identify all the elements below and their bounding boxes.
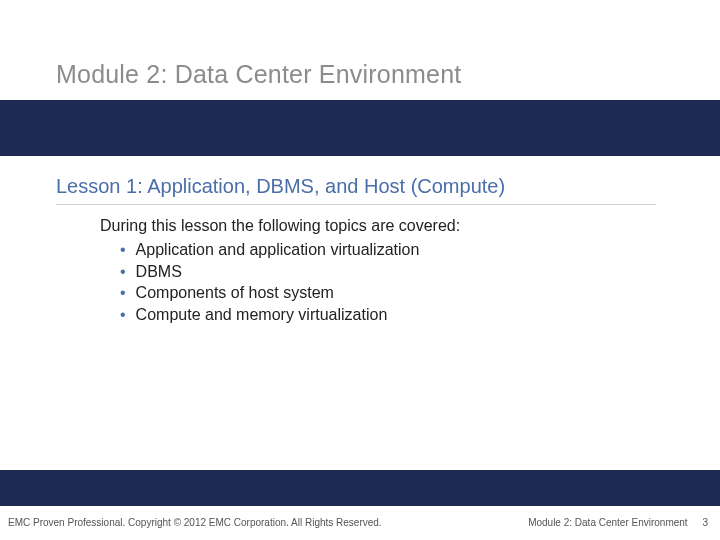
lesson-intro: During this lesson the following topics …	[100, 217, 460, 235]
list-item: • Application and application virtualiza…	[120, 239, 419, 261]
list-item: • Compute and memory virtualization	[120, 304, 419, 326]
footer-copyright: EMC Proven Professional. Copyright © 201…	[8, 517, 382, 528]
slide: Module 2: Data Center Environment Lesson…	[0, 0, 720, 540]
decorative-band-top	[0, 100, 720, 156]
bullet-text: Components of host system	[136, 282, 334, 304]
bullet-icon: •	[120, 239, 126, 261]
bullet-icon: •	[120, 261, 126, 283]
footer-module-label: Module 2: Data Center Environment	[528, 517, 688, 528]
bullet-icon: •	[120, 304, 126, 326]
page-number: 3	[702, 517, 708, 528]
list-item: • DBMS	[120, 261, 419, 283]
bullet-text: Application and application virtualizati…	[136, 239, 420, 261]
bullet-text: Compute and memory virtualization	[136, 304, 388, 326]
list-item: • Components of host system	[120, 282, 419, 304]
module-title: Module 2: Data Center Environment	[56, 60, 461, 89]
decorative-band-bottom	[0, 470, 720, 506]
footer-right: Module 2: Data Center Environment 3	[528, 517, 708, 528]
lesson-bullets: • Application and application virtualiza…	[120, 239, 419, 325]
lesson-title: Lesson 1: Application, DBMS, and Host (C…	[56, 175, 656, 205]
bullet-text: DBMS	[136, 261, 182, 283]
bullet-icon: •	[120, 282, 126, 304]
